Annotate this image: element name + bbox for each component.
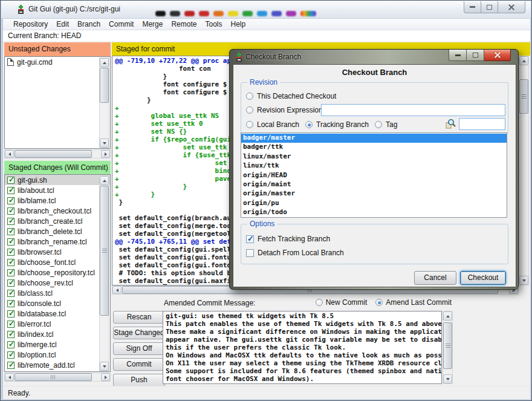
staged-file-row[interactable]: lib/branch_checkout.tcl xyxy=(5,206,110,216)
scroll-up-arrow[interactable] xyxy=(100,176,109,185)
scroll-left-arrow[interactable] xyxy=(112,286,122,294)
menu-repository[interactable]: Repository xyxy=(9,20,52,28)
staged-check-icon[interactable] xyxy=(7,341,15,348)
detach-local-option[interactable]: Detach From Local Branch xyxy=(246,248,344,258)
branch-list-item[interactable]: linux/master xyxy=(241,152,507,161)
staged-file-row[interactable]: lib/choose_repository.tcl xyxy=(5,267,110,278)
menu-tools[interactable]: Tools xyxy=(201,20,226,28)
commit-message-scrollbar[interactable] xyxy=(443,311,453,384)
new-commit-option[interactable]: New Commit xyxy=(316,298,368,307)
scroll-down-arrow[interactable] xyxy=(100,362,109,371)
tracking-branch-radio[interactable] xyxy=(305,121,313,128)
scrollbar-thumb[interactable] xyxy=(15,373,92,381)
amend-last-commit-radio[interactable] xyxy=(375,299,383,306)
scroll-down-arrow[interactable] xyxy=(100,139,109,148)
sign-off-button[interactable]: Sign Off xyxy=(113,342,165,355)
stage-changed-button[interactable]: Stage Changed xyxy=(113,327,165,339)
dialog-close-button[interactable] xyxy=(484,50,511,61)
scrollbar-thumb[interactable] xyxy=(100,186,109,316)
scroll-up-arrow[interactable] xyxy=(519,56,528,65)
staged-check-icon[interactable] xyxy=(7,238,15,246)
staged-check-icon[interactable] xyxy=(7,249,15,256)
menu-edit[interactable]: Edit xyxy=(52,20,73,28)
staged-check-icon[interactable] xyxy=(7,310,15,318)
staged-file-row[interactable]: lib/blame.tcl xyxy=(5,195,110,206)
close-button[interactable] xyxy=(498,1,525,13)
minimize-button[interactable] xyxy=(464,1,481,13)
branch-list-item[interactable]: origin/maint xyxy=(241,180,507,189)
tag-radio[interactable] xyxy=(375,121,382,128)
staged-check-icon[interactable] xyxy=(7,177,15,184)
staged-file-row[interactable]: lib/class.tcl xyxy=(5,288,110,298)
menu-help[interactable]: Help xyxy=(226,20,250,28)
branch-filter-input[interactable] xyxy=(459,118,505,130)
staged-file-row[interactable]: lib/console.tcl xyxy=(5,298,110,308)
staged-file-row[interactable]: lib/option.tcl xyxy=(5,350,110,360)
menu-branch[interactable]: Branch xyxy=(73,20,105,28)
branch-list-item[interactable]: badger/master xyxy=(241,134,507,143)
scroll-right-arrow[interactable] xyxy=(101,373,110,381)
checkout-button[interactable]: Checkout xyxy=(460,271,506,285)
staged-file-row[interactable]: lib/merge.tcl xyxy=(5,339,110,350)
detached-checkout-option[interactable]: This Detached Checkout xyxy=(246,91,336,101)
staged-file-row[interactable]: lib/error.tcl xyxy=(5,319,110,329)
new-commit-radio[interactable] xyxy=(316,299,323,306)
staged-file-row[interactable]: git-gui.sh xyxy=(5,175,110,185)
staged-check-icon[interactable] xyxy=(7,279,15,287)
commit-button[interactable]: Commit xyxy=(113,358,165,371)
amend-last-commit-option[interactable]: Amend Last Commit xyxy=(375,298,452,307)
detached-checkout-radio[interactable] xyxy=(246,93,253,100)
scroll-right-arrow[interactable] xyxy=(101,150,110,158)
scroll-up-arrow[interactable] xyxy=(100,58,109,67)
scroll-up-arrow[interactable] xyxy=(443,311,452,321)
branch-list-item[interactable]: origin/pu xyxy=(241,199,507,208)
unstaged-horizontal-scrollbar[interactable] xyxy=(4,149,111,158)
commit-message-editor[interactable]: git-gui: use themed tk widgets with Tk 8… xyxy=(163,311,442,384)
scroll-down-arrow[interactable] xyxy=(443,374,452,383)
fetch-tracking-checkbox[interactable] xyxy=(246,235,254,243)
staged-file-row[interactable]: lib/branch_delete.tcl xyxy=(5,226,110,236)
staged-check-icon[interactable] xyxy=(7,269,15,276)
revision-expression-radio[interactable] xyxy=(246,106,253,114)
staged-check-icon[interactable] xyxy=(7,362,15,369)
staged-file-row[interactable]: lib/browser.tcl xyxy=(5,247,110,257)
staged-check-icon[interactable] xyxy=(7,259,15,266)
local-branch-radio[interactable] xyxy=(246,121,253,128)
staged-file-row[interactable]: lib/database.tcl xyxy=(5,308,110,319)
staged-vertical-scrollbar[interactable] xyxy=(99,175,109,371)
menu-remote[interactable]: Remote xyxy=(167,20,201,28)
scrollbar-thumb[interactable] xyxy=(100,68,109,103)
fetch-tracking-option[interactable]: Fetch Tracking Branch xyxy=(246,234,330,244)
revision-expression-option[interactable]: Revision Expression: xyxy=(246,105,325,115)
staged-check-icon[interactable] xyxy=(7,351,15,359)
branch-list-item[interactable]: linux/ttk xyxy=(241,161,507,171)
scroll-left-arrow[interactable] xyxy=(5,150,14,158)
staged-check-icon[interactable] xyxy=(7,321,15,328)
branch-list-item[interactable]: origin/todo xyxy=(241,208,507,217)
detach-local-checkbox[interactable] xyxy=(246,249,254,257)
menu-commit[interactable]: Commit xyxy=(105,20,138,28)
branch-list-item[interactable]: origin/master xyxy=(241,189,507,198)
revision-expression-input[interactable] xyxy=(321,104,505,116)
maximize-button[interactable] xyxy=(481,1,498,13)
scrollbar-thumb[interactable] xyxy=(519,79,528,114)
menu-merge[interactable]: Merge xyxy=(138,20,167,28)
scroll-left-arrow[interactable] xyxy=(5,373,14,381)
staged-file-row[interactable]: lib/choose_rev.tcl xyxy=(5,278,110,288)
staged-check-icon[interactable] xyxy=(7,197,15,204)
branch-list-item[interactable]: origin/HEAD xyxy=(241,171,507,180)
branch-list-item[interactable]: badger/ttk xyxy=(241,143,507,152)
push-button[interactable]: Push xyxy=(113,374,165,386)
staged-check-icon[interactable] xyxy=(7,300,15,307)
staged-check-icon[interactable] xyxy=(7,228,15,235)
diff-vertical-scrollbar[interactable] xyxy=(519,56,529,285)
staged-file-row[interactable]: lib/choose_font.tcl xyxy=(5,257,110,267)
staged-file-row[interactable]: lib/about.tcl xyxy=(5,185,110,195)
staged-file-row[interactable]: lib/remote_add.tcl xyxy=(5,360,110,370)
staged-check-icon[interactable] xyxy=(7,207,15,215)
staged-file-row[interactable]: lib/branch_rename.tcl xyxy=(5,236,110,247)
scroll-down-arrow[interactable] xyxy=(519,276,528,285)
unstaged-vertical-scrollbar[interactable] xyxy=(99,57,109,148)
scrollbar-thumb[interactable] xyxy=(15,150,92,158)
staged-check-icon[interactable] xyxy=(7,290,15,297)
